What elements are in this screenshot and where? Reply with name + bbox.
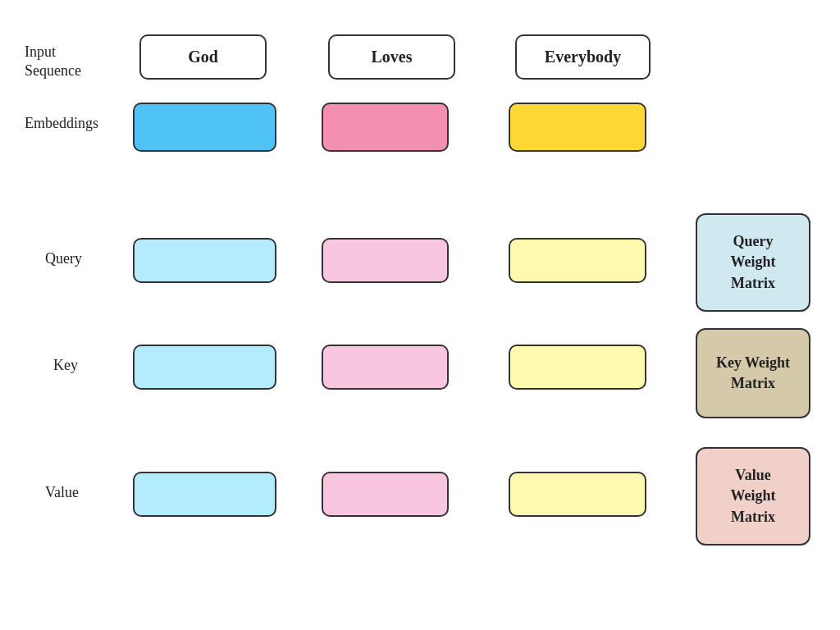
value-loves <box>322 472 449 517</box>
query-everybody <box>509 238 646 283</box>
input-token-god: God <box>139 34 267 80</box>
label-key: Key <box>53 357 78 374</box>
label-embeddings: Embeddings <box>25 115 98 132</box>
key-loves <box>322 345 449 390</box>
value-weight-matrix: ValueWeightMatrix <box>696 447 810 546</box>
query-weight-matrix: QueryWeightMatrix <box>696 213 810 312</box>
embedding-loves <box>322 103 449 152</box>
input-token-everybody: Everybody <box>515 34 651 80</box>
label-query: Query <box>45 250 82 267</box>
embedding-everybody <box>509 103 646 152</box>
query-loves <box>322 238 449 283</box>
input-token-loves: Loves <box>328 34 455 80</box>
key-everybody <box>509 345 646 390</box>
key-god <box>133 345 276 390</box>
key-weight-matrix: Key WeightMatrix <box>696 328 810 418</box>
query-god <box>133 238 276 283</box>
diagram: InputSequence God Loves Everybody Embedd… <box>0 0 840 630</box>
label-input-sequence: InputSequence <box>25 43 81 81</box>
embedding-god <box>133 103 276 152</box>
label-value: Value <box>45 484 79 501</box>
value-everybody <box>509 472 646 517</box>
value-god <box>133 472 276 517</box>
